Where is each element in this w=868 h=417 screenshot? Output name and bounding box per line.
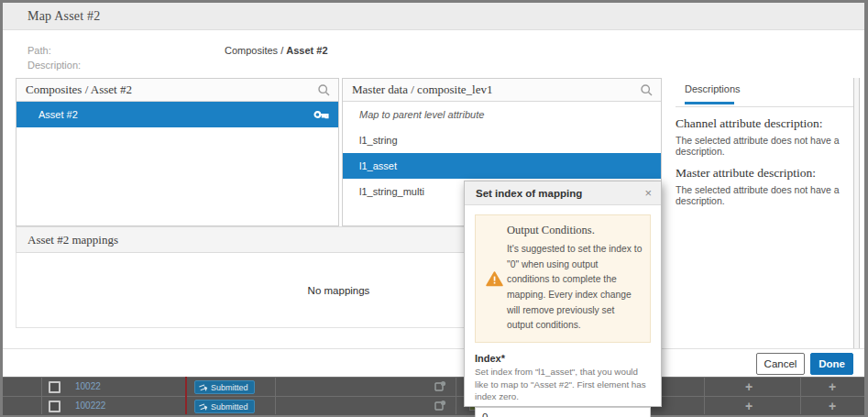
key-icon — [313, 109, 329, 120]
table-row: 100222 Submitted + + — [3, 396, 864, 415]
channel-description-heading: Channel attribute description: — [676, 116, 853, 131]
submitted-icon — [199, 402, 208, 412]
vertical-scrollbar[interactable] — [853, 78, 860, 348]
tab-descriptions[interactable]: Descriptions — [685, 83, 741, 102]
add-cell-button[interactable]: + — [742, 379, 756, 394]
status-badge-label: Submitted — [211, 402, 248, 412]
table-grid-line — [275, 377, 276, 414]
table-grid-line — [800, 377, 801, 414]
close-icon[interactable]: × — [643, 186, 654, 200]
set-index-popup: Set index of mapping × Output Conditions… — [464, 181, 662, 407]
master-item-l1-asset[interactable]: l1_asset — [343, 153, 661, 179]
search-icon[interactable] — [640, 83, 654, 97]
master-description-text: The selected attribute does not have a d… — [676, 184, 853, 206]
footer-divider — [3, 348, 864, 349]
add-cell-button[interactable]: + — [825, 399, 840, 413]
path-prefix: Composites / — [225, 45, 286, 56]
modal-title: Map Asset #2 — [27, 9, 100, 24]
master-item-l1-string[interactable]: l1_string — [343, 127, 661, 153]
row-id-link[interactable]: 10022 — [75, 381, 101, 391]
channel-panel-title: Composites / Asset #2 — [26, 82, 317, 97]
row-id-link[interactable]: 100222 — [75, 401, 105, 411]
master-panel-title: Master data / composite_lev1 — [352, 82, 640, 97]
popup-header: Set index of mapping × — [465, 181, 661, 205]
dimmed-background-table: 10022 Submitted + + 100222 Submitted + — [3, 377, 864, 414]
search-icon[interactable] — [317, 83, 331, 97]
active-tab-underline — [685, 102, 734, 104]
no-mappings-text: No mappings — [308, 285, 370, 296]
warning-text: It's suggested to set the index to "0" w… — [507, 242, 643, 334]
popup-body: Output Conditions. It's suggested to set… — [465, 205, 661, 417]
warning-icon — [481, 224, 507, 334]
channel-item-asset-2[interactable]: Asset #2 — [16, 102, 338, 127]
master-panel-header: Master data / composite_lev1 — [343, 79, 661, 102]
table-grid-line — [704, 377, 705, 414]
popup-title: Set index of mapping — [476, 188, 643, 199]
status-badge: Submitted — [194, 380, 255, 394]
table-grid-line — [456, 377, 456, 414]
index-input[interactable] — [475, 407, 651, 417]
channel-description-text: The selected attribute does not have a d… — [676, 135, 853, 157]
flag-icon[interactable] — [434, 400, 446, 412]
index-help-text: Set index from "l1_asset", that you woul… — [475, 366, 651, 403]
table-row: 10022 Submitted + + — [3, 377, 864, 396]
channel-panel: Composites / Asset #2 Asset #2 — [16, 78, 339, 226]
map-asset-modal: Map Asset #2 Path: Composites / Asset #2… — [3, 3, 864, 377]
red-column-divider — [185, 377, 187, 414]
warning-box: Output Conditions. It's suggested to set… — [475, 214, 651, 343]
descriptions-sidebar: Descriptions Channel attribute descripti… — [676, 78, 853, 206]
channel-panel-header: Composites / Asset #2 — [16, 79, 338, 102]
path-value: Composites / Asset #2 — [225, 45, 328, 56]
description-label: Description: — [27, 60, 81, 71]
cancel-button[interactable]: Cancel — [756, 353, 805, 375]
status-badge-label: Submitted — [211, 383, 248, 392]
status-badge: Submitted — [194, 400, 255, 413]
master-item-parent-attribute[interactable]: Map to parent level attribute — [343, 102, 661, 127]
channel-item-label: Asset #2 — [38, 109, 78, 120]
path-current: Asset #2 — [286, 45, 327, 56]
done-button[interactable]: Done — [810, 353, 853, 375]
row-checkbox[interactable] — [49, 381, 60, 393]
master-description-heading: Master attribute description: — [676, 166, 853, 181]
sidebar-tab-row: Descriptions — [676, 78, 853, 107]
submitted-icon — [199, 383, 208, 392]
flag-icon[interactable] — [434, 380, 446, 393]
path-label: Path: — [27, 45, 51, 56]
add-cell-button[interactable]: + — [825, 379, 840, 394]
row-checkbox[interactable] — [49, 401, 60, 412]
modal-header: Map Asset #2 — [3, 3, 864, 30]
add-cell-button[interactable]: + — [742, 399, 756, 413]
warning-heading: Output Conditions. — [507, 224, 643, 237]
application-window: 10022 Submitted + + 100222 Submitted + — [3, 3, 864, 414]
table-grid-line — [41, 377, 42, 414]
warning-content: Output Conditions. It's suggested to set… — [507, 224, 643, 334]
index-label: Index* — [475, 353, 651, 364]
